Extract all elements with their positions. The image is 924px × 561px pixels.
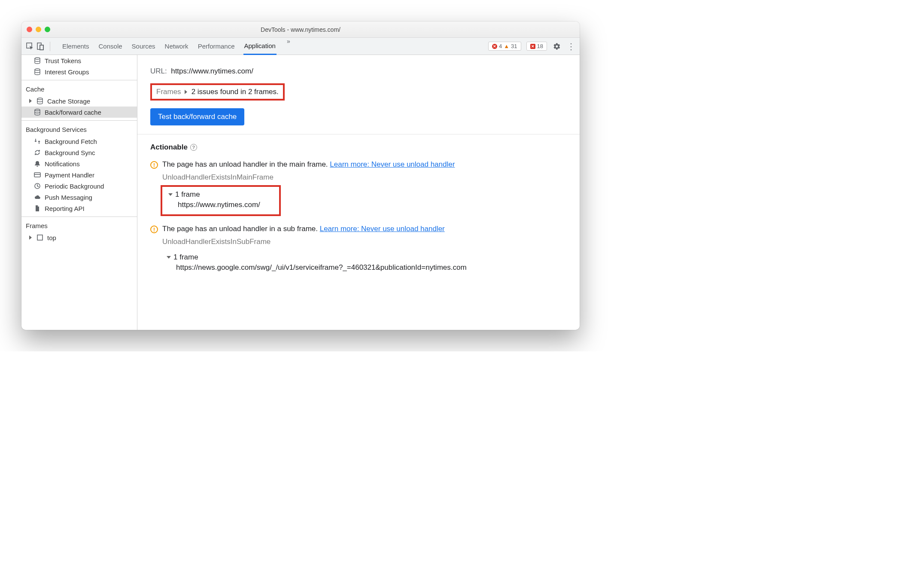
devtools-window: DevTools - www.nytimes.com/ Elements Con… <box>21 21 580 330</box>
test-bfcache-button[interactable]: Test back/forward cache <box>150 108 244 125</box>
content-area: Trust Tokens Interest Groups Cache Cache… <box>21 55 580 330</box>
issue-code: UnloadHandlerExistsInMainFrame <box>162 173 567 182</box>
issue-text: The page has an unload handler in a sub … <box>162 225 445 233</box>
tab-performance[interactable]: Performance <box>197 38 236 55</box>
inspect-element-icon[interactable] <box>26 42 34 51</box>
card-icon <box>33 171 41 179</box>
sidebar-header-cache: Cache <box>21 83 137 95</box>
sidebar-item-label: Payment Handler <box>45 171 94 179</box>
warning-icon: ! <box>150 161 158 169</box>
issue-frame-box: 1 frame https://www.nytimes.com/ <box>161 185 281 216</box>
titlebar: DevTools - www.nytimes.com/ <box>21 21 580 38</box>
sidebar-item-label: Background Fetch <box>45 138 97 145</box>
sidebar-item-cache-storage[interactable]: Cache Storage <box>21 95 137 107</box>
frame-count-row[interactable]: 1 frame <box>169 190 272 199</box>
sidebar-item-reporting[interactable]: Reporting API <box>21 203 137 214</box>
sidebar-item-notifications[interactable]: Notifications <box>21 158 137 169</box>
help-icon[interactable]: ? <box>190 144 197 151</box>
sidebar-item-label: Back/forward cache <box>45 109 101 116</box>
collapse-icon <box>167 256 171 259</box>
settings-icon[interactable] <box>553 43 561 50</box>
database-icon <box>36 97 44 105</box>
sidebar-item-label: Reporting API <box>45 205 85 212</box>
sidebar-item-bfcache[interactable]: Back/forward cache <box>21 107 137 118</box>
expand-icon <box>29 235 32 240</box>
sidebar-item-interest-groups[interactable]: Interest Groups <box>21 66 137 77</box>
svg-point-4 <box>35 58 40 59</box>
learn-more-link[interactable]: Learn more: Never use unload handler <box>330 160 455 168</box>
warning-icon: ▲ <box>504 43 509 49</box>
clock-icon <box>33 182 41 190</box>
more-tabs-icon[interactable]: » <box>287 38 290 55</box>
divider <box>50 42 50 51</box>
sidebar-item-label: Interest Groups <box>45 68 89 76</box>
frame-count-text: 1 frame <box>173 253 198 262</box>
frame-count-row[interactable]: 1 frame <box>167 253 560 262</box>
fetch-icon <box>33 137 41 145</box>
window-title: DevTools - www.nytimes.com/ <box>21 26 580 33</box>
bfcache-panel: URL: https://www.nytimes.com/ Frames 2 i… <box>137 55 580 330</box>
tab-network[interactable]: Network <box>164 38 189 55</box>
sidebar-item-label: Periodic Background <box>45 183 104 190</box>
warning-count: 31 <box>511 43 517 49</box>
database-icon <box>33 57 41 64</box>
frames-label: Frames <box>156 88 181 96</box>
sidebar-item-frame-top[interactable]: top <box>21 232 137 243</box>
sidebar-item-periodic[interactable]: Periodic Background <box>21 180 137 192</box>
url-row: URL: https://www.nytimes.com/ <box>150 67 567 76</box>
url-value: https://www.nytimes.com/ <box>171 67 253 75</box>
sidebar-item-label: Cache Storage <box>47 98 90 105</box>
issues-count: 18 <box>537 43 543 49</box>
tab-console[interactable]: Console <box>98 38 123 55</box>
svg-rect-8 <box>34 173 40 177</box>
sidebar-item-payment[interactable]: Payment Handler <box>21 169 137 180</box>
sidebar-item-push[interactable]: Push Messaging <box>21 192 137 203</box>
sidebar-item-label: Trust Tokens <box>45 57 81 64</box>
database-icon <box>33 108 41 116</box>
actionable-label: Actionable <box>150 143 188 152</box>
device-toolbar-icon[interactable] <box>36 42 45 51</box>
learn-more-link[interactable]: Learn more: Never use unload handler <box>320 225 445 233</box>
svg-point-5 <box>35 69 40 70</box>
warning-icon: ! <box>150 226 158 233</box>
error-count: 4 <box>499 43 502 49</box>
svg-rect-11 <box>37 235 43 240</box>
sidebar-item-trust-tokens[interactable]: Trust Tokens <box>21 55 137 66</box>
sync-icon <box>33 149 41 156</box>
panel-tabs: Elements Console Sources Network Perform… <box>61 38 486 55</box>
url-label: URL: <box>150 67 167 75</box>
sidebar-item-bg-sync[interactable]: Background Sync <box>21 147 137 158</box>
issue-frame-box: 1 frame https://news.google.com/swg/_/ui… <box>161 250 567 277</box>
issues-icon: ✕ <box>530 44 535 49</box>
devtools-toolbar: Elements Console Sources Network Perform… <box>21 38 580 55</box>
collapse-icon <box>168 193 173 196</box>
error-icon: ✕ <box>492 44 497 49</box>
cloud-icon <box>33 193 41 201</box>
tab-elements[interactable]: Elements <box>61 38 90 55</box>
issue-code: UnloadHandlerExistsInSubFrame <box>162 238 567 246</box>
issue-text: The page has an unload handler in the ma… <box>162 160 455 169</box>
sidebar-item-label: Notifications <box>45 160 80 168</box>
svg-point-6 <box>37 98 43 100</box>
frame-url: https://www.nytimes.com/ <box>178 201 272 209</box>
document-icon <box>33 204 41 212</box>
sidebar-header-frames: Frames <box>21 220 137 232</box>
expand-icon <box>29 99 32 103</box>
sidebar-item-label: Background Sync <box>45 149 95 156</box>
expand-icon <box>185 90 187 94</box>
frames-summary-row[interactable]: Frames 2 issues found in 2 frames. <box>150 83 285 101</box>
divider <box>137 134 580 134</box>
sidebar-item-label: Push Messaging <box>45 194 92 201</box>
error-warning-counter[interactable]: ✕ 4 ▲ 31 <box>488 42 521 51</box>
frames-summary-text: 2 issues found in 2 frames. <box>191 88 279 96</box>
svg-point-7 <box>35 109 40 111</box>
issues-counter[interactable]: ✕ 18 <box>526 42 547 51</box>
sidebar-item-bg-fetch[interactable]: Background Fetch <box>21 136 137 147</box>
frame-icon <box>36 234 44 241</box>
frame-count-text: 1 frame <box>175 190 200 199</box>
database-icon <box>33 68 41 76</box>
tab-sources[interactable]: Sources <box>131 38 156 55</box>
issue-item: ! The page has an unload handler in a su… <box>150 225 567 277</box>
tab-application[interactable]: Application <box>243 38 277 55</box>
sidebar-header-bg: Background Services <box>21 123 137 136</box>
